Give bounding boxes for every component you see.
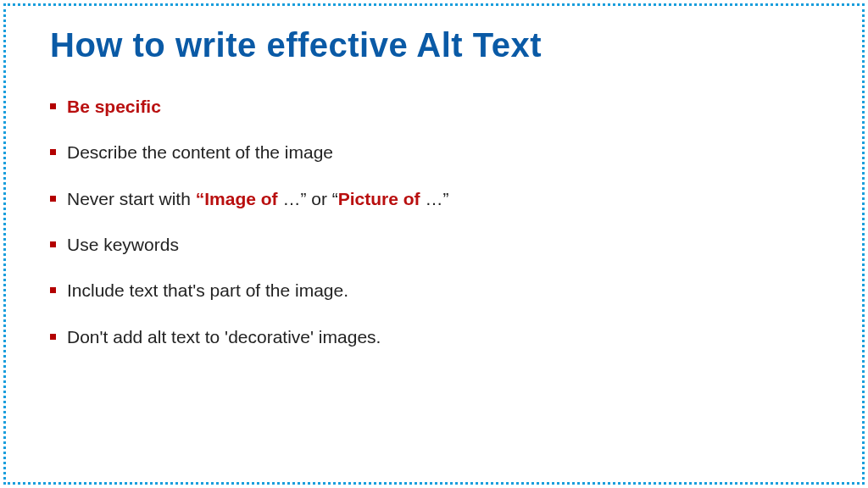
list-item: Never start with “Image of …” or “Pictur… — [50, 187, 818, 211]
slide-title: How to write effective Alt Text — [50, 26, 818, 64]
list-item: Be specific — [50, 95, 818, 119]
list-item: Don't add alt text to 'decorative' image… — [50, 325, 818, 349]
list-item: Describe the content of the image — [50, 141, 818, 164]
item-text: Use keywords — [67, 235, 179, 254]
item-text: Include text that's part of the image. — [67, 280, 348, 300]
item-text-red: Picture of — [338, 189, 420, 208]
item-text: Don't add alt text to 'decorative' image… — [67, 327, 381, 347]
list-item: Include text that's part of the image. — [50, 279, 818, 302]
item-text: Describe the content of the image — [67, 142, 333, 162]
item-text-pre: Never start with — [67, 189, 196, 208]
list-item: Use keywords — [50, 233, 818, 257]
bullet-list: Be specific Describe the content of the … — [50, 95, 818, 349]
slide-container: How to write effective Alt Text Be speci… — [3, 3, 865, 485]
item-text: Be specific — [67, 97, 161, 116]
item-dots: …” — [278, 189, 312, 208]
item-text-red: Image of — [204, 189, 277, 208]
item-quote-open: “ — [196, 189, 205, 208]
item-text-mid: or “ — [311, 189, 338, 208]
item-dots: …” — [420, 189, 449, 208]
